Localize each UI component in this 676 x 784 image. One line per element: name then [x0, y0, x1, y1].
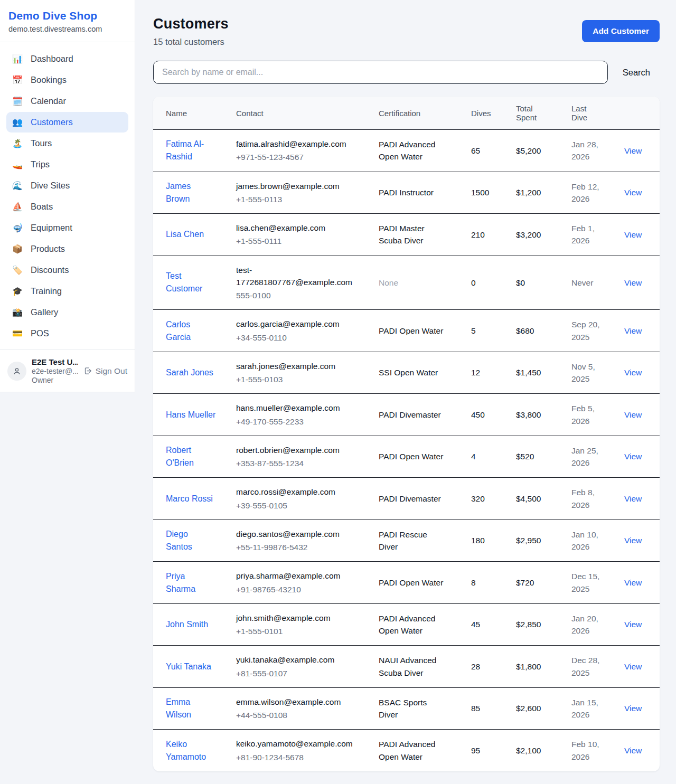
customer-name-link[interactable]: Carlos Garcia — [166, 318, 217, 344]
table-row: Diego Santos diego.santos@example.com +5… — [153, 519, 660, 562]
customer-email: priya.sharma@example.com — [236, 570, 366, 582]
customer-name-link[interactable]: Yuki Tanaka — [166, 660, 211, 673]
customer-name-link[interactable]: Hans Mueller — [166, 409, 215, 421]
sidebar-item-equipment[interactable]: 🤿 Equipment — [6, 218, 128, 238]
customer-name-link[interactable]: Priya Sharma — [166, 570, 217, 596]
sidebar-item-label: Trips — [31, 159, 50, 169]
sidebar-item-boats[interactable]: ⛵ Boats — [6, 196, 128, 217]
sidebar-item-bookings[interactable]: 📅 Bookings — [6, 70, 128, 90]
cell-total-spent: $720 — [510, 562, 565, 604]
sidebar-item-label: Boats — [31, 202, 53, 212]
cell-contact: lisa.chen@example.com +1-555-0111 — [230, 214, 372, 256]
search-input[interactable] — [153, 61, 608, 84]
view-customer-link[interactable]: View — [624, 746, 642, 755]
customer-total-spent: $5,200 — [516, 146, 541, 155]
cell-contact: james.brown@example.com +1-555-0113 — [230, 172, 372, 214]
view-customer-link[interactable]: View — [624, 662, 642, 671]
customer-dives: 320 — [471, 494, 485, 503]
nav-icon: 🌊 — [12, 181, 23, 191]
cell-last-dive: Feb 8, 2026 — [565, 478, 618, 520]
customer-total-spent: $1,800 — [516, 662, 541, 671]
cell-name: Emma Wilson — [153, 687, 230, 730]
view-customer-link[interactable]: View — [624, 230, 642, 239]
customer-certification: PADI Divemaster — [379, 493, 445, 505]
customer-phone: +81-555-0107 — [236, 667, 366, 679]
customer-dives: 95 — [471, 746, 480, 755]
customer-certification: PADI Rescue Diver — [379, 528, 445, 553]
cell-name: Diego Santos — [153, 519, 230, 562]
table-row: John Smith john.smith@example.com +1-555… — [153, 603, 660, 646]
customer-dives: 45 — [471, 620, 480, 629]
sidebar-item-training[interactable]: 🎓 Training — [6, 281, 128, 301]
view-customer-link[interactable]: View — [624, 410, 642, 419]
sidebar-item-trips[interactable]: 🚤 Trips — [6, 154, 128, 175]
page-header: Customers 15 total customers Add Custome… — [153, 16, 660, 47]
customer-name-link[interactable]: Lisa Chen — [166, 228, 204, 241]
search-button[interactable]: Search — [623, 68, 650, 78]
cell-dives: 210 — [465, 214, 510, 256]
view-customer-link[interactable]: View — [624, 494, 642, 503]
sidebar-item-label: Customers — [31, 117, 73, 127]
view-customer-link[interactable]: View — [624, 536, 642, 545]
view-customer-link[interactable]: View — [624, 326, 642, 335]
cell-dives: 4 — [465, 436, 510, 478]
table-row: Yuki Tanaka yuki.tanaka@example.com +81-… — [153, 646, 660, 688]
customer-name-link[interactable]: Robert O'Brien — [166, 444, 217, 469]
view-customer-link[interactable]: View — [624, 620, 642, 629]
cell-name: Carlos Garcia — [153, 310, 230, 352]
view-customer-link[interactable]: View — [624, 278, 642, 287]
sidebar-item-dive-sites[interactable]: 🌊 Dive Sites — [6, 175, 128, 196]
view-customer-link[interactable]: View — [624, 146, 642, 155]
customer-certification: PADI Open Water — [379, 450, 445, 462]
customer-certification: BSAC Sports Diver — [379, 696, 445, 721]
view-customer-link[interactable]: View — [624, 452, 642, 461]
sidebar-item-products[interactable]: 📦 Products — [6, 239, 128, 259]
view-customer-link[interactable]: View — [624, 368, 642, 377]
sidebar-item-pos[interactable]: 💳 POS — [6, 323, 128, 344]
customer-dives: 65 — [471, 146, 480, 155]
sign-out-button[interactable]: Sign Out — [83, 366, 127, 376]
cell-certification: PADI Open Water — [372, 436, 465, 478]
cell-dives: 1500 — [465, 172, 510, 214]
customer-name-link[interactable]: Keiko Yamamoto — [166, 738, 217, 763]
add-customer-button[interactable]: Add Customer — [582, 20, 660, 42]
view-customer-link[interactable]: View — [624, 188, 642, 197]
customer-name-link[interactable]: Marco Rossi — [166, 493, 213, 505]
customer-name-link[interactable]: James Brown — [166, 180, 217, 205]
customer-email: test-1772681807767@example.com — [236, 264, 366, 289]
cell-certification: None — [372, 256, 465, 310]
cell-dives: 450 — [465, 394, 510, 436]
customer-phone: +353-87-555-1234 — [236, 457, 366, 469]
customer-phone: +44-555-0108 — [236, 709, 366, 721]
sidebar-item-gallery[interactable]: 📸 Gallery — [6, 302, 128, 323]
sidebar-item-tours[interactable]: 🏝️ Tours — [6, 133, 128, 154]
cell-certification: PADI Instructor — [372, 172, 465, 214]
customer-name-link[interactable]: Sarah Jones — [166, 366, 213, 379]
customer-name-link[interactable]: Fatima Al-Rashid — [166, 138, 217, 163]
sidebar-item-label: Products — [31, 244, 65, 254]
sidebar-item-discounts[interactable]: 🏷️ Discounts — [6, 260, 128, 280]
customer-name-link[interactable]: Emma Wilson — [166, 696, 217, 721]
cell-actions: View — [618, 256, 660, 310]
column-header-dives: Dives — [465, 97, 510, 130]
page-title-block: Customers 15 total customers — [153, 16, 229, 47]
page-title: Customers — [153, 16, 229, 32]
table-row: Keiko Yamamoto keiko.yamamoto@example.co… — [153, 730, 660, 771]
customer-name-link[interactable]: Diego Santos — [166, 528, 217, 553]
cell-name: Sarah Jones — [153, 352, 230, 394]
sidebar-item-customers[interactable]: 👥 Customers — [6, 112, 128, 133]
sidebar-item-dashboard[interactable]: 📊 Dashboard — [6, 49, 128, 69]
cell-last-dive: Dec 15, 2025 — [565, 562, 618, 604]
sidebar-item-label: POS — [31, 328, 49, 338]
sidebar-item-label: Training — [31, 286, 62, 296]
logout-icon — [83, 366, 92, 375]
customer-name-link[interactable]: John Smith — [166, 618, 208, 631]
cell-total-spent: $2,850 — [510, 603, 565, 646]
sidebar-item-label: Equipment — [31, 223, 72, 233]
customer-certification: PADI Master Scuba Diver — [379, 222, 445, 247]
view-customer-link[interactable]: View — [624, 704, 642, 713]
sidebar-item-calendar[interactable]: 🗓️ Calendar — [6, 91, 128, 111]
view-customer-link[interactable]: View — [624, 578, 642, 587]
table-row: Test Customer test-1772681807767@example… — [153, 256, 660, 310]
customer-name-link[interactable]: Test Customer — [166, 270, 217, 295]
